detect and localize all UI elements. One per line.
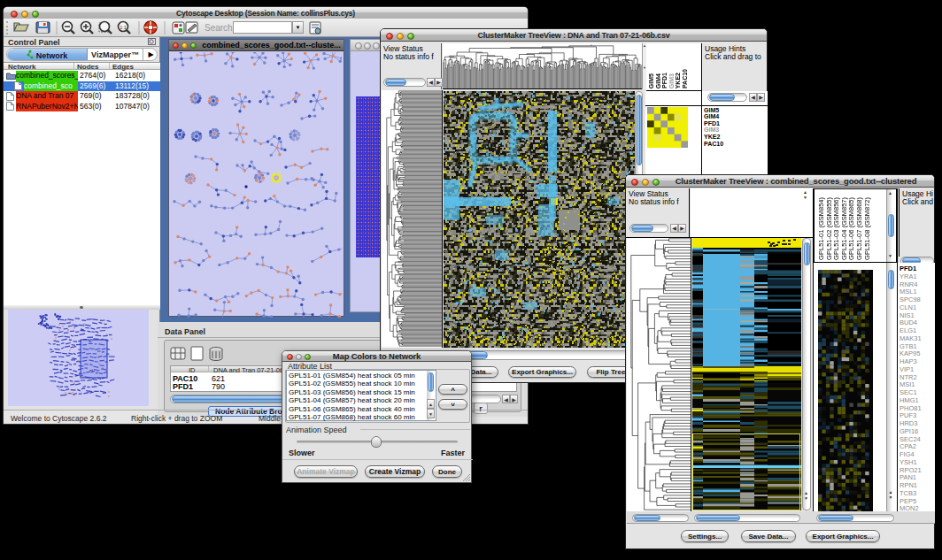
svg-text:1:1: 1:1 [120,25,127,30]
